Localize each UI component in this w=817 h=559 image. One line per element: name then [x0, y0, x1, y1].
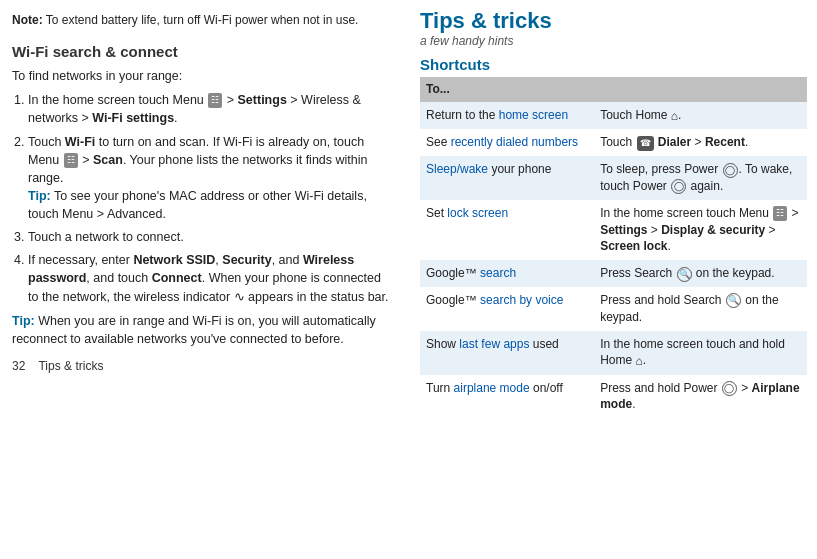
table-header-cell: To... — [420, 77, 807, 102]
page-number: 32 — [12, 359, 25, 373]
action-highlight-4: search — [480, 266, 516, 280]
instruction-cell-4: Press Search 🔍 on the keypad. — [594, 260, 807, 287]
right-column: Tips & tricks a few handy hints Shortcut… — [410, 0, 817, 559]
shortcuts-heading: Shortcuts — [420, 56, 807, 73]
action-highlight-5: search by voice — [480, 293, 563, 307]
action-highlight-7: airplane mode — [454, 381, 530, 395]
action-highlight-1: recently dialed numbers — [451, 135, 578, 149]
table-row: Turn airplane mode on/off Press and hold… — [420, 375, 807, 419]
tip2-text: When you are in range and Wi-Fi is on, y… — [12, 314, 376, 346]
step-3: Touch a network to connect. — [28, 228, 392, 246]
page-subtitle: a few handy hints — [420, 34, 807, 48]
page-section-label: Tips & tricks — [38, 359, 103, 373]
power-icon-3: ◯ — [722, 381, 737, 396]
note-body: To extend battery life, turn off Wi-Fi p… — [46, 13, 359, 27]
table-row: Google™ search by voice Press and hold S… — [420, 287, 807, 331]
action-cell-7: Turn airplane mode on/off — [420, 375, 594, 419]
note-label: Note: — [12, 13, 43, 27]
menu-icon-1: ☷ — [208, 93, 222, 108]
home-icon-0: ⌂ — [671, 108, 678, 125]
action-cell-6: Show last few apps used — [420, 331, 594, 375]
wifi-intro: To find networks in your range: — [12, 67, 392, 85]
action-highlight-3: lock screen — [447, 206, 508, 220]
page-title: Tips & tricks — [420, 8, 807, 34]
step-1: In the home screen touch Menu ☷ > Settin… — [28, 91, 392, 127]
table-row: Show last few apps used In the home scre… — [420, 331, 807, 375]
action-cell-4: Google™ search — [420, 260, 594, 287]
step-4: If necessary, enter Network SSID, Securi… — [28, 251, 392, 305]
action-cell-3: Set lock screen — [420, 200, 594, 260]
action-highlight-6: last few apps — [459, 337, 529, 351]
tip2: Tip: When you are in range and Wi-Fi is … — [12, 312, 392, 348]
instruction-cell-2: To sleep, press Power ◯. To wake, touch … — [594, 156, 807, 200]
shortcuts-table: To... Return to the home screen Touch Ho… — [420, 77, 807, 418]
table-row: Set lock screen In the home screen touch… — [420, 200, 807, 260]
wifi-steps: In the home screen touch Menu ☷ > Settin… — [12, 91, 392, 305]
home-icon-1: ⌂ — [635, 353, 642, 370]
page-number-section: 32 Tips & tricks — [12, 358, 392, 375]
instruction-cell-0: Touch Home ⌂. — [594, 102, 807, 129]
menu-icon-3: ☷ — [773, 206, 787, 221]
power-icon-1: ◯ — [723, 163, 738, 178]
action-cell-2: Sleep/wake your phone — [420, 156, 594, 200]
tip1-text: To see your phone's MAC address or other… — [28, 189, 367, 221]
dialer-icon: ☎ — [637, 136, 654, 151]
tip1-label: Tip: — [28, 189, 51, 203]
action-cell-0: Return to the home screen — [420, 102, 594, 129]
menu-icon-2: ☷ — [64, 153, 78, 168]
instruction-cell-1: Touch ☎ Dialer > Recent. — [594, 129, 807, 156]
note-paragraph: Note: To extend battery life, turn off W… — [12, 12, 392, 29]
search-icon-2: 🔍 — [726, 293, 741, 308]
action-highlight-0: home screen — [499, 108, 568, 122]
search-icon-1: 🔍 — [677, 267, 692, 282]
action-highlight-2: Sleep/wake — [426, 162, 488, 176]
table-row: See recently dialed numbers Touch ☎ Dial… — [420, 129, 807, 156]
instruction-cell-6: In the home screen touch and hold Home ⌂… — [594, 331, 807, 375]
wifi-section-title: Wi-Fi search & connect — [12, 41, 392, 63]
action-cell-1: See recently dialed numbers — [420, 129, 594, 156]
instruction-cell-3: In the home screen touch Menu ☷ > Settin… — [594, 200, 807, 260]
table-header-row: To... — [420, 77, 807, 102]
step-2: Touch Wi-Fi to turn on and scan. If Wi-F… — [28, 133, 392, 224]
left-column: Note: To extend battery life, turn off W… — [0, 0, 410, 559]
tip2-label: Tip: — [12, 314, 35, 328]
table-row: Return to the home screen Touch Home ⌂. — [420, 102, 807, 129]
action-cell-5: Google™ search by voice — [420, 287, 594, 331]
instruction-cell-7: Press and hold Power ◯ > Airplane mode. — [594, 375, 807, 419]
instruction-cell-5: Press and hold Search 🔍 on the keypad. — [594, 287, 807, 331]
power-icon-2: ◯ — [671, 179, 686, 194]
table-row: Sleep/wake your phone To sleep, press Po… — [420, 156, 807, 200]
table-row: Google™ search Press Search 🔍 on the key… — [420, 260, 807, 287]
